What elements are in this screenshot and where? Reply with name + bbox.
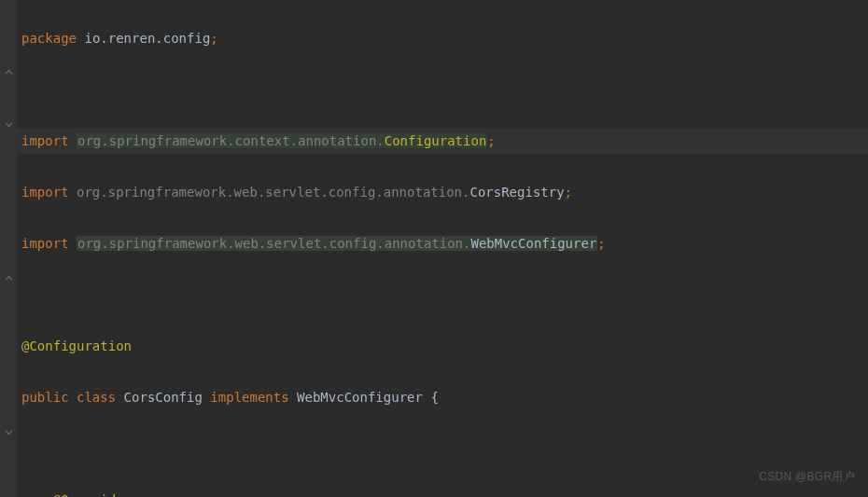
code-line[interactable]: import org.springframework.context.annot…	[17, 129, 868, 155]
code-line-blank[interactable]	[21, 436, 868, 462]
annotation-override: @Override	[53, 492, 124, 498]
import-path: org.springframework.web.servlet.config.a…	[77, 185, 469, 200]
code-line[interactable]: import org.springframework.web.servlet.c…	[21, 180, 868, 206]
code-line[interactable]: @Override	[21, 488, 868, 498]
watermark-text: CSDN @BGR用户	[759, 464, 855, 490]
package-path: io.renren.config	[84, 31, 210, 46]
import-class: Configuration	[385, 133, 487, 148]
code-editor[interactable]: package io.renren.config; import org.spr…	[17, 0, 868, 497]
import-class: CorsRegistry	[469, 185, 564, 200]
import-path: org.springframework.context.annotation.	[77, 133, 385, 148]
semicolon: ;	[210, 31, 217, 46]
code-line[interactable]: public class CorsConfig implements WebMv…	[21, 385, 868, 411]
keyword-implements: implements	[210, 390, 288, 405]
code-line[interactable]: package io.renren.config;	[21, 26, 868, 52]
keyword-package: package	[21, 31, 77, 46]
annotation: @Configuration	[21, 338, 132, 353]
keyword-import: import	[21, 185, 69, 200]
semicolon: ;	[487, 133, 495, 148]
fold-icon[interactable]	[4, 67, 13, 76]
interface-name: WebMvcConfigurer	[297, 390, 423, 405]
code-line[interactable]: import org.springframework.web.servlet.c…	[21, 231, 868, 257]
code-line[interactable]: @Configuration	[21, 334, 868, 360]
keyword-class: class	[77, 390, 116, 405]
class-name: CorsConfig	[124, 390, 203, 405]
semicolon: ;	[597, 236, 605, 251]
fold-icon[interactable]	[4, 119, 13, 129]
semicolon: ;	[565, 185, 572, 200]
fold-icon[interactable]	[4, 427, 13, 436]
code-line-blank[interactable]	[21, 77, 868, 104]
import-path: org.springframework.web.servlet.config.a…	[77, 236, 470, 251]
import-class: WebMvcConfigurer	[470, 236, 596, 251]
fold-icon[interactable]	[4, 273, 13, 283]
brace: {	[430, 390, 438, 405]
code-line-blank[interactable]	[21, 283, 868, 309]
keyword-import: import	[21, 236, 69, 251]
editor-gutter	[0, 0, 17, 497]
keyword-public: public	[21, 390, 69, 405]
keyword-import: import	[21, 133, 69, 148]
